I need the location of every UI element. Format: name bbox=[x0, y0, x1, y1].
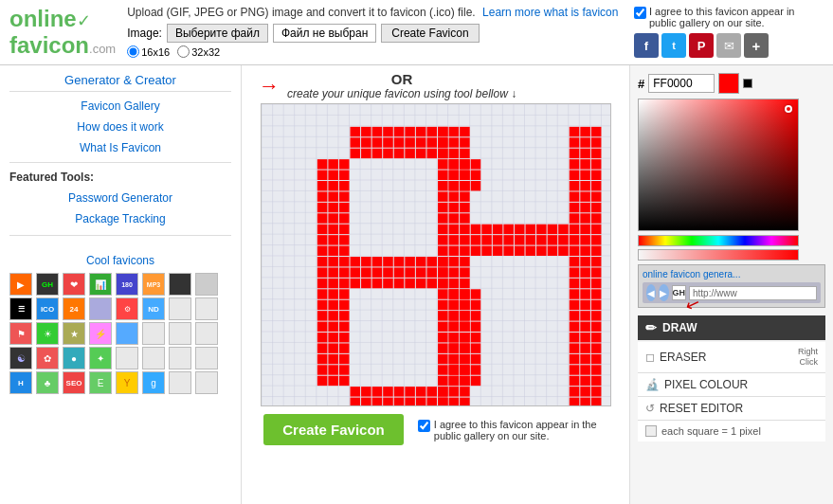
sidebar-package-tracking[interactable]: Package Tracking bbox=[9, 208, 231, 229]
logo-check-icon: ✓ bbox=[77, 10, 91, 31]
favicon-item[interactable] bbox=[195, 297, 218, 320]
draw-tool[interactable]: ✏ DRAW bbox=[638, 315, 825, 340]
color-swatch[interactable] bbox=[718, 73, 739, 94]
favicon-item[interactable]: ★ bbox=[63, 322, 85, 345]
favicon-item[interactable]: g bbox=[142, 371, 165, 394]
header-right: I agree to this favicon appear in public… bbox=[634, 6, 824, 58]
arrow-create-text: create your unique favicon using tool be… bbox=[287, 87, 516, 100]
favicon-item[interactable]: 📊 bbox=[89, 273, 112, 296]
create-favicon-canvas-btn[interactable]: Create Favicon bbox=[263, 414, 404, 445]
favicon-item[interactable] bbox=[169, 297, 191, 320]
header-middle: Upload (GIF, JPEG or PNG) image and conv… bbox=[127, 6, 623, 58]
sidebar-how-does-it-work[interactable]: How does it work bbox=[9, 117, 231, 137]
favicon-item[interactable]: ♣ bbox=[36, 371, 59, 394]
header: online ✓ favicon .com Upload (GIF, JPEG … bbox=[0, 0, 833, 65]
size-16-radio[interactable]: 16x16 bbox=[127, 45, 170, 58]
size-32-radio[interactable]: 32x32 bbox=[177, 45, 220, 58]
opacity-slider[interactable] bbox=[638, 249, 799, 261]
favicon-item[interactable]: GH bbox=[36, 273, 59, 296]
reset-editor-tool[interactable]: ↺ RESET EDITOR bbox=[638, 397, 825, 421]
pixel-colour-tool[interactable]: 🔬 PIXEL COLOUR bbox=[638, 373, 825, 397]
email-btn[interactable]: ✉ bbox=[716, 33, 741, 58]
favicon-item[interactable]: 180 bbox=[116, 273, 138, 296]
favicon-item[interactable]: ⚑ bbox=[9, 322, 32, 345]
logo: online ✓ favicon .com bbox=[9, 6, 116, 59]
favicon-item[interactable]: SEO bbox=[63, 371, 85, 394]
favicon-item[interactable] bbox=[195, 273, 218, 296]
color-picker-gradient[interactable] bbox=[638, 99, 799, 231]
favicon-item[interactable]: Y bbox=[116, 371, 138, 394]
favicon-item[interactable]: ❤ bbox=[63, 273, 85, 296]
favicon-item[interactable]: ⚙ bbox=[116, 297, 138, 320]
favicon-item[interactable]: ☰ bbox=[9, 297, 32, 320]
file-no-chosen: Файл не выбран bbox=[273, 24, 376, 43]
favicon-item[interactable] bbox=[169, 273, 191, 296]
agree-checkbox-canvas[interactable] bbox=[418, 420, 430, 432]
create-favicon-header-btn[interactable]: Create Favicon bbox=[381, 24, 479, 43]
logo-online: online bbox=[9, 6, 77, 32]
file-choose-btn[interactable]: Выберите файл bbox=[167, 24, 268, 43]
pixel-canvas[interactable] bbox=[262, 104, 611, 406]
favicon-item[interactable] bbox=[195, 347, 218, 369]
eyedropper-icon: 🔬 bbox=[645, 378, 660, 391]
social-buttons: f t P ✉ + bbox=[634, 33, 824, 58]
favicon-item[interactable]: MP3 bbox=[142, 273, 165, 296]
favicon-item[interactable]: ICO bbox=[36, 297, 59, 320]
twitter-btn[interactable]: t bbox=[661, 33, 686, 58]
favicon-item[interactable] bbox=[169, 347, 191, 369]
right-panel: # online favicon genera... ◀ ▶ GH ↙ bbox=[629, 65, 833, 504]
favicon-item[interactable] bbox=[169, 322, 191, 345]
favicon-item[interactable]: 24 bbox=[63, 297, 85, 320]
sidebar-what-is-favicon[interactable]: What Is Favicon bbox=[9, 137, 231, 158]
color-hash: # bbox=[638, 77, 644, 91]
canvas-agree-text: I agree to this favicon appear in the pu… bbox=[434, 419, 607, 441]
browser-forward-btn[interactable]: ▶ bbox=[659, 284, 668, 301]
favicon-item[interactable]: E bbox=[89, 371, 112, 394]
favicon-item[interactable] bbox=[89, 297, 112, 320]
color-hex-input[interactable] bbox=[648, 74, 715, 93]
favicon-item[interactable]: ☀ bbox=[36, 322, 59, 345]
sidebar-favicon-gallery[interactable]: Favicon Gallery bbox=[9, 96, 231, 117]
favicon-item[interactable] bbox=[195, 322, 218, 345]
reset-icon: ↺ bbox=[645, 402, 655, 415]
pixel-preview-box bbox=[645, 425, 657, 437]
favicon-item[interactable]: ⚡ bbox=[89, 322, 112, 345]
favicon-item[interactable] bbox=[116, 347, 138, 369]
or-text: OR bbox=[287, 71, 516, 87]
favicon-item[interactable] bbox=[142, 322, 165, 345]
favicon-item[interactable]: H bbox=[9, 371, 32, 394]
favicon-item[interactable]: ND bbox=[142, 297, 165, 320]
favicon-item[interactable]: ● bbox=[63, 347, 85, 369]
eraser-tool[interactable]: ◻ ERASER RightClick bbox=[638, 342, 825, 373]
sidebar-password-generator[interactable]: Password Generator bbox=[9, 188, 231, 208]
sidebar-generator-creator[interactable]: Generator & Creator bbox=[9, 73, 231, 87]
tools-panel: ✏ DRAW ◻ ERASER RightClick 🔬 PIXEL COLOU… bbox=[638, 315, 825, 441]
browser-url-input[interactable] bbox=[689, 286, 817, 300]
browser-back-btn[interactable]: ◀ bbox=[646, 284, 656, 301]
favicon-item[interactable] bbox=[116, 322, 138, 345]
favicon-item[interactable] bbox=[169, 371, 191, 394]
color-picker-indicator bbox=[785, 105, 792, 113]
favicon-item[interactable]: ✦ bbox=[89, 347, 112, 369]
favicon-item[interactable]: ✿ bbox=[36, 347, 59, 369]
image-label: Image: bbox=[127, 27, 162, 40]
favicon-item[interactable]: ▶ bbox=[9, 273, 32, 296]
learn-more-link[interactable]: Learn more what is favicon bbox=[482, 6, 618, 19]
logo-com: .com bbox=[89, 42, 116, 56]
agree-text-header: I agree to this favicon appear in public… bbox=[649, 6, 824, 28]
pixel-colour-label: PIXEL COLOUR bbox=[664, 378, 748, 391]
canvas-area: → OR create your unique favicon using to… bbox=[242, 65, 629, 504]
browser-preview-label: online favicon genera... bbox=[643, 269, 821, 279]
facebook-btn[interactable]: f bbox=[634, 33, 659, 58]
eraser-label: ERASER bbox=[660, 351, 706, 364]
browser-favicon-preview: GH bbox=[672, 285, 687, 300]
color-picker-small-icon bbox=[743, 79, 752, 88]
favicon-item[interactable]: ☯ bbox=[9, 347, 32, 369]
favicon-item[interactable] bbox=[195, 371, 218, 394]
pinterest-btn[interactable]: P bbox=[689, 33, 714, 58]
plus-btn[interactable]: + bbox=[744, 33, 769, 58]
favicon-item[interactable] bbox=[142, 347, 165, 369]
browser-preview: online favicon genera... ◀ ▶ GH ↙ bbox=[638, 264, 825, 308]
agree-checkbox-header[interactable] bbox=[634, 7, 646, 19]
hue-slider[interactable] bbox=[638, 235, 799, 246]
